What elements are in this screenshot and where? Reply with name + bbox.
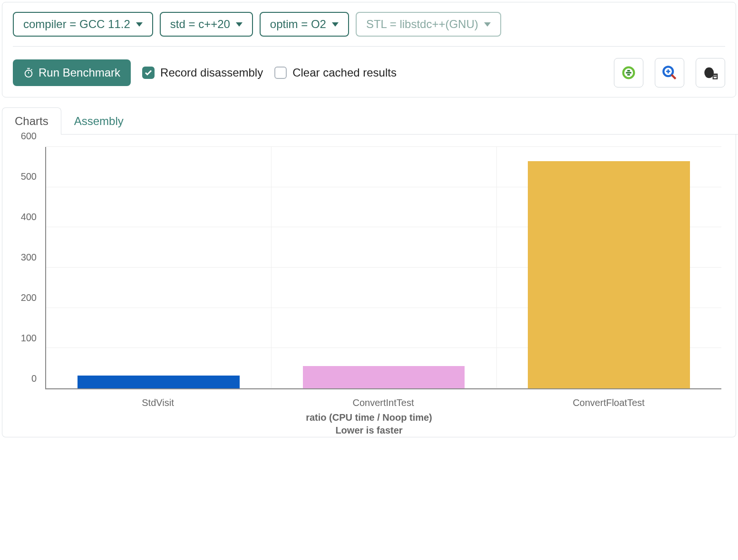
y-tick-label: 300 xyxy=(21,252,37,263)
y-tick-label: 0 xyxy=(31,373,37,384)
run-benchmark-button[interactable]: Run Benchmark xyxy=(13,59,131,86)
optim-dropdown[interactable]: optim = O2 xyxy=(260,12,349,37)
compiler-dropdown-label: compiler = GCC 11.2 xyxy=(23,18,130,31)
svg-rect-5 xyxy=(714,75,717,76)
chevron-down-icon xyxy=(484,22,491,27)
bar-StdVisit xyxy=(78,376,240,388)
y-tick-label: 200 xyxy=(21,292,37,303)
plot-area xyxy=(45,147,721,389)
checkbox-unchecked-icon xyxy=(274,67,287,79)
y-tick-label: 400 xyxy=(21,212,37,222)
chevron-down-icon xyxy=(236,22,243,27)
magnifier-icon xyxy=(661,65,678,81)
chart-caption-line2: Lower is faster xyxy=(12,424,726,437)
chart-panel: 0100200300400500600 StdVisitConvertIntTe… xyxy=(2,135,736,437)
vline xyxy=(271,147,272,388)
checkbox-checked-icon xyxy=(142,67,155,79)
chevron-down-icon xyxy=(136,22,143,27)
x-label: ConvertFloatTest xyxy=(496,397,721,408)
compiler-explorer-button[interactable] xyxy=(614,58,643,87)
y-tick-label: 600 xyxy=(21,131,37,142)
bar-chart: 0100200300400500600 StdVisitConvertIntTe… xyxy=(12,142,726,427)
bar-ConvertFloatTest xyxy=(528,161,690,388)
gear-code-icon xyxy=(621,65,637,81)
action-row: Run Benchmark Record disassembly Clear c… xyxy=(13,58,725,87)
svg-point-3 xyxy=(704,68,714,78)
chevron-down-icon xyxy=(332,22,339,27)
svg-point-0 xyxy=(25,70,32,77)
x-label: StdVisit xyxy=(45,397,271,408)
chart-caption: ratio (CPU time / Noop time) Lower is fa… xyxy=(12,411,726,437)
gridline xyxy=(46,146,721,147)
clear-cached-checkbox[interactable]: Clear cached results xyxy=(274,66,397,79)
bar-ConvertIntTest xyxy=(303,366,465,388)
y-tick-label: 100 xyxy=(21,333,37,344)
record-disassembly-checkbox[interactable]: Record disassembly xyxy=(142,66,263,79)
tab-charts-label: Charts xyxy=(15,115,49,127)
run-benchmark-label: Run Benchmark xyxy=(39,66,120,79)
tabs: Charts Assembly xyxy=(2,107,738,135)
record-disassembly-label: Record disassembly xyxy=(160,66,263,79)
stopwatch-icon xyxy=(23,68,34,78)
std-dropdown[interactable]: std = c++20 xyxy=(160,12,253,37)
x-label: ConvertIntTest xyxy=(271,397,496,408)
beaver-icon xyxy=(702,65,719,81)
std-dropdown-label: std = c++20 xyxy=(170,18,230,31)
chart-caption-line1: ratio (CPU time / Noop time) xyxy=(12,411,726,424)
y-tick-label: 500 xyxy=(21,171,37,182)
svg-rect-6 xyxy=(714,76,717,77)
settings-panel: compiler = GCC 11.2 std = c++20 optim = … xyxy=(2,2,736,97)
vline xyxy=(496,147,497,388)
y-axis: 0100200300400500600 xyxy=(12,147,40,389)
compiler-dropdown[interactable]: compiler = GCC 11.2 xyxy=(13,12,153,37)
x-axis-labels: StdVisitConvertIntTestConvertFloatTest xyxy=(45,397,721,408)
clear-cached-label: Clear cached results xyxy=(292,66,397,79)
dbeaver-button[interactable] xyxy=(696,58,725,87)
stl-dropdown-label: STL = libstdc++(GNU) xyxy=(366,18,478,31)
tab-assembly-label: Assembly xyxy=(74,115,124,127)
stl-dropdown[interactable]: STL = libstdc++(GNU) xyxy=(356,12,501,37)
tab-assembly[interactable]: Assembly xyxy=(61,107,136,135)
dropdown-row: compiler = GCC 11.2 std = c++20 optim = … xyxy=(13,12,725,47)
cppinsights-button[interactable] xyxy=(655,58,684,87)
optim-dropdown-label: optim = O2 xyxy=(270,18,326,31)
